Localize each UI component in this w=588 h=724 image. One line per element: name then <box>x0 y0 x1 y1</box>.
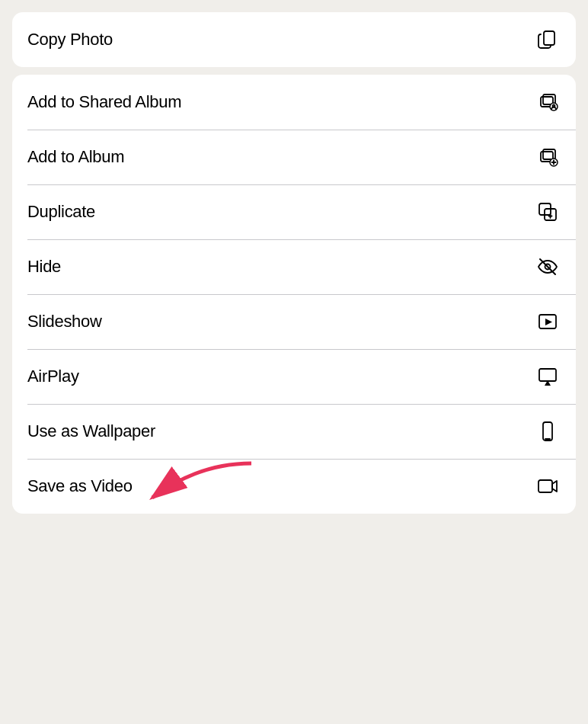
hide-icon <box>535 254 561 280</box>
hide-item[interactable]: Hide <box>12 239 576 294</box>
airplay-item[interactable]: AirPlay <box>12 349 576 404</box>
add-shared-album-item[interactable]: Add to Shared Album <box>12 75 576 130</box>
duplicate-label: Duplicate <box>27 202 95 222</box>
wallpaper-icon <box>535 418 561 444</box>
menu-group: Add to Shared Album Add to Album <box>12 75 576 514</box>
svg-marker-17 <box>545 319 552 325</box>
duplicate-icon <box>535 199 561 225</box>
add-album-item[interactable]: Add to Album <box>12 130 576 184</box>
save-video-item[interactable]: Save as Video <box>12 459 576 514</box>
save-video-icon <box>535 473 561 499</box>
slideshow-item[interactable]: Slideshow <box>12 294 576 349</box>
slideshow-label: Slideshow <box>27 312 102 332</box>
add-album-label: Add to Album <box>27 147 124 167</box>
add-album-icon <box>535 144 561 170</box>
wallpaper-label: Use as Wallpaper <box>27 421 155 441</box>
svg-rect-18 <box>539 369 556 381</box>
svg-rect-22 <box>538 480 552 492</box>
save-video-label: Save as Video <box>27 476 133 496</box>
wallpaper-item[interactable]: Use as Wallpaper <box>12 404 576 459</box>
slideshow-icon <box>535 309 561 335</box>
add-shared-album-label: Add to Shared Album <box>27 92 181 112</box>
svg-rect-0 <box>544 31 554 45</box>
svg-rect-20 <box>543 422 552 440</box>
copy-photo-label: Copy Photo <box>27 30 113 50</box>
copy-photo-icon <box>535 27 561 53</box>
airplay-icon <box>535 364 561 389</box>
airplay-label: AirPlay <box>27 367 79 386</box>
duplicate-item[interactable]: Duplicate <box>12 184 576 239</box>
copy-photo-item[interactable]: Copy Photo <box>12 12 576 67</box>
svg-line-15 <box>540 259 555 274</box>
hide-label: Hide <box>27 257 61 277</box>
add-shared-album-icon <box>535 89 561 115</box>
